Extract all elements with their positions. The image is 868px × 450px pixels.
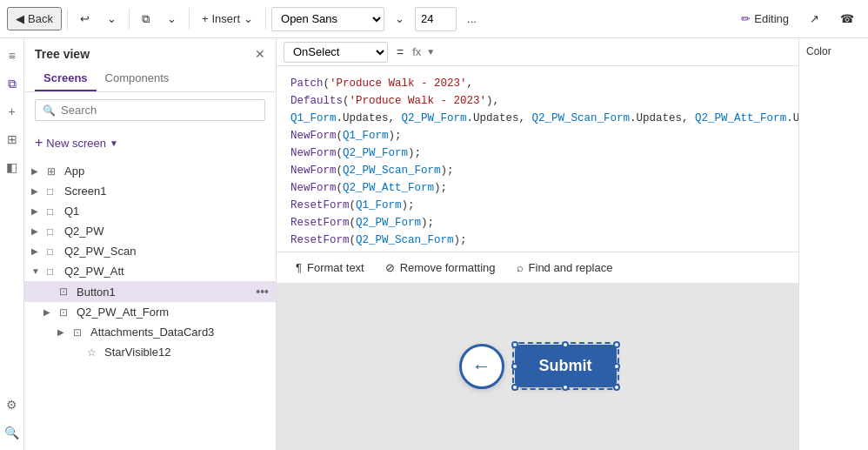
tab-screens[interactable]: Screens xyxy=(35,66,97,91)
handle-ml[interactable] xyxy=(511,363,518,370)
iconbar-media[interactable]: ◧ xyxy=(2,157,23,178)
iconbar-insert[interactable]: + xyxy=(2,101,23,122)
tree-item-button1[interactable]: ⊡ Button1 ••• xyxy=(24,281,276,302)
back-arrow-icon: ◀ xyxy=(16,12,24,25)
phone-icon-button[interactable]: ☎ xyxy=(833,9,861,29)
handle-tc[interactable] xyxy=(562,341,569,348)
undo-icon: ↩ xyxy=(80,12,90,25)
redo-button[interactable]: ⌄ xyxy=(100,9,124,29)
code-line: NewForm(Q2_PW_Scan_Form); xyxy=(290,162,785,179)
font-size-input[interactable] xyxy=(415,7,457,31)
handle-bc[interactable] xyxy=(562,384,569,391)
tree-item-q2pw[interactable]: ▶ □ Q2_PW xyxy=(24,221,276,241)
insert-label: Insert xyxy=(212,12,241,25)
search-input[interactable] xyxy=(61,104,257,117)
right-panel: Color xyxy=(798,38,868,450)
tree-label-q2pw: Q2_PW xyxy=(64,225,269,238)
iconbar-tree[interactable]: ⧉ xyxy=(2,73,23,94)
tree-item-q1[interactable]: ▶ □ Q1 xyxy=(24,201,276,221)
color-label: Color xyxy=(806,45,861,57)
divider-4 xyxy=(265,9,266,30)
tab-components[interactable]: Components xyxy=(97,66,178,91)
canvas-area: ← Submit xyxy=(277,283,798,451)
tree-item-q2pwatt[interactable]: ▼ □ Q2_PW_Att xyxy=(24,261,276,281)
font-selector[interactable]: Open Sans Arial Segoe UI xyxy=(271,7,384,31)
property-selector[interactable]: OnSelect xyxy=(284,42,388,63)
tree-item-app[interactable]: ▶ ⊞ App xyxy=(24,161,276,181)
new-screen-chevron-icon: ▼ xyxy=(110,138,118,148)
iconbar-search[interactable]: 🔍 xyxy=(2,422,23,443)
editing-label: Editing xyxy=(754,12,789,25)
toolbar-right: ✏ Editing ↗ ☎ xyxy=(734,9,861,29)
share-icon: ↗ xyxy=(810,12,819,25)
format-text-label: Format text xyxy=(307,261,364,274)
undo-button[interactable]: ↩ xyxy=(73,9,97,29)
tree-label-app: App xyxy=(64,165,269,178)
handle-tr[interactable] xyxy=(613,341,620,348)
search-box[interactable]: 🔍 xyxy=(35,99,265,121)
tree-label-q2pwatt: Q2_PW_Att xyxy=(64,265,269,278)
handle-tl[interactable] xyxy=(511,341,518,348)
handle-br[interactable] xyxy=(613,384,620,391)
formula-chevron-icon: ▼ xyxy=(426,47,435,57)
sidebar-tabs: Screens Components xyxy=(24,66,276,92)
submit-btn-wrapper: Submit xyxy=(515,345,617,387)
copy-dropdown[interactable]: ⌄ xyxy=(160,9,184,29)
code-line: Q1_Form.Updates, Q2_PW_Form.Updates, Q2_… xyxy=(290,110,785,127)
search-icon: 🔍 xyxy=(43,104,56,117)
chevron-icon: ▶ xyxy=(31,246,43,256)
find-replace-label: Find and replace xyxy=(529,261,613,274)
submit-label: Submit xyxy=(539,357,592,374)
new-screen-button[interactable]: + New screen ▼ xyxy=(35,131,265,154)
form-icon: ⊡ xyxy=(59,306,73,319)
handle-mr[interactable] xyxy=(613,363,620,370)
back-button[interactable]: ◀ Back xyxy=(7,7,62,30)
copy-button[interactable]: ⧉ xyxy=(135,9,157,30)
tree-item-attachments[interactable]: ▶ ⊡ Attachments_DataCard3 xyxy=(24,322,276,342)
divider-3 xyxy=(189,9,190,30)
copy-icon: ⧉ xyxy=(142,12,150,26)
chevron-icon: ▶ xyxy=(31,186,43,196)
format-text-button[interactable]: ¶ Format text xyxy=(287,258,373,278)
pencil-icon: ✏ xyxy=(741,12,751,25)
font-chevron-icon: ⌄ xyxy=(395,12,404,25)
screen-icon: □ xyxy=(47,245,61,258)
code-line: ResetForm(Q2_PW_Form); xyxy=(290,214,785,232)
insert-button[interactable]: + Insert ⌄ xyxy=(195,9,260,29)
find-replace-button[interactable]: ⌕ Find and replace xyxy=(508,258,622,278)
star-icon: ☆ xyxy=(87,346,101,359)
button-icon: ⊡ xyxy=(59,285,73,298)
canvas-submit-button[interactable]: Submit xyxy=(515,345,617,387)
tree-item-starvisible[interactable]: ☆ StarVisible12 xyxy=(24,342,276,362)
iconbar-data[interactable]: ⊞ xyxy=(2,129,23,150)
find-icon: ⌕ xyxy=(517,261,524,274)
tree-list: ▶ ⊞ App ▶ □ Screen1 ▶ □ Q1 ▶ □ Q2_PW xyxy=(24,161,276,450)
canvas-back-button[interactable]: ← xyxy=(459,344,504,389)
tree-item-q2pwscan[interactable]: ▶ □ Q2_PW_Scan xyxy=(24,241,276,261)
back-arrow-canvas-icon: ← xyxy=(472,355,491,378)
iconbar-menu[interactable]: ≡ xyxy=(2,45,23,66)
code-line: NewForm(Q2_PW_Att_Form); xyxy=(290,179,785,197)
code-line: NewForm(Q2_PW_Form); xyxy=(290,144,785,162)
sidebar-close-button[interactable]: ✕ xyxy=(255,47,265,61)
share-button[interactable]: ↗ xyxy=(803,9,826,29)
tree-item-screen1[interactable]: ▶ □ Screen1 xyxy=(24,181,276,201)
tree-label-starvisible: StarVisible12 xyxy=(104,346,269,359)
content-area: OnSelect = fx ▼ Patch('Produce Walk - 20… xyxy=(277,38,798,450)
tree-item-q2pwattform[interactable]: ▶ ⊡ Q2_PW_Att_Form xyxy=(24,302,276,322)
code-editor[interactable]: Patch('Produce Walk - 2023', Defaults('P… xyxy=(277,66,798,252)
screen-icon: □ xyxy=(47,205,61,218)
screen-icon: □ xyxy=(47,265,61,278)
sidebar-header: Tree view ✕ xyxy=(24,38,276,66)
code-line: ResetForm(Q2_PW_Scan_Form); xyxy=(290,232,785,249)
more-button[interactable]: ... xyxy=(460,9,484,29)
iconbar-theme[interactable]: ⚙ xyxy=(2,394,23,415)
datacard-icon: ⊡ xyxy=(73,326,87,339)
remove-formatting-button[interactable]: ⊘ Remove formatting xyxy=(377,258,504,278)
tree-more-icon[interactable]: ••• xyxy=(256,285,269,299)
more-icon: ... xyxy=(467,12,477,25)
formula-bar: OnSelect = fx ▼ xyxy=(277,38,798,66)
code-line: NewForm(Q1_Form); xyxy=(290,127,785,144)
font-dropdown-btn[interactable]: ⌄ xyxy=(388,9,411,29)
handle-bl[interactable] xyxy=(511,384,518,391)
